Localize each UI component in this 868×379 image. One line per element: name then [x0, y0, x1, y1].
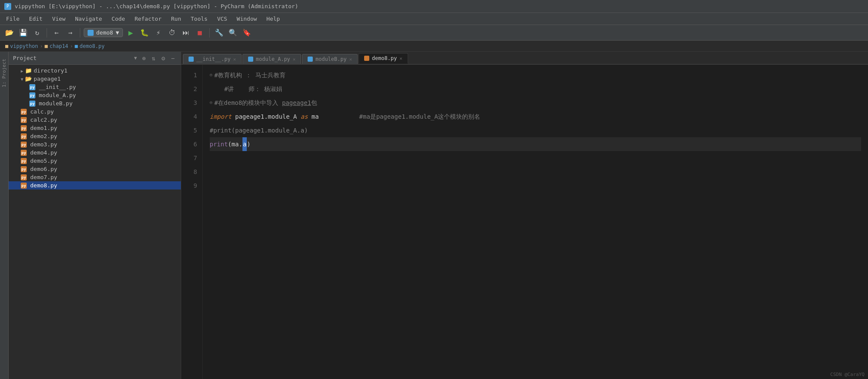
tree-label: calc2.py	[30, 117, 57, 123]
code-editor[interactable]: 1 2 3 4 5 6 7 8 9 ⊖ #教育机构 ： 马士兵教育 #讲 师：	[181, 65, 868, 379]
tree-item-module-b[interactable]: py moduleB.py	[9, 99, 181, 107]
tab-label: demo8.py	[372, 55, 397, 61]
forward-button[interactable]: →	[64, 27, 76, 39]
sidebar-minimize-btn[interactable]: −	[170, 54, 176, 63]
tree-item-calc2[interactable]: py calc2.py	[9, 116, 181, 124]
tree-item-demo6[interactable]: py demo6.py	[9, 165, 181, 173]
tree-label: __init__.py	[39, 84, 76, 90]
tree-item-module-a[interactable]: py module_A.py	[9, 91, 181, 99]
open-folder-button[interactable]: 📂	[3, 27, 16, 39]
tree-item-demo2[interactable]: py demo2.py	[9, 132, 181, 140]
breadcrumb-chap14[interactable]: chap14	[50, 43, 68, 49]
tree-label: demo1.py	[30, 125, 57, 131]
code-text: ma	[308, 110, 319, 123]
breadcrumb-vippython[interactable]: vippython	[10, 43, 38, 49]
app-icon: P	[4, 3, 11, 10]
menu-edit[interactable]: Edit	[25, 15, 47, 23]
tree-item-demo8[interactable]: py demo8.py	[9, 181, 181, 190]
title-bar: P vippython [E:\vippython] - ...\chap14\…	[0, 0, 868, 13]
sidebar-sort-btn[interactable]: ⇅	[150, 54, 157, 63]
tab-demo8[interactable]: demo8.py ✕	[359, 53, 408, 64]
menu-help[interactable]: Help	[262, 15, 284, 23]
code-text: pageage1.module_A	[232, 110, 301, 123]
code-text: #print(pageage1.module_A.a)	[210, 123, 308, 137]
code-keyword-as: as	[301, 110, 308, 123]
fold-icon-1[interactable]: ⊖	[210, 68, 213, 82]
py-file-icon: py	[21, 125, 27, 131]
code-line-4: import pageage1.module_A as ma #ma是pagea…	[210, 110, 861, 123]
sidebar: Project ▼ ⊕ ⇅ ⚙ − 📁 directory1 📂 pageage…	[9, 52, 181, 379]
tree-item-demo5[interactable]: py demo5.py	[9, 157, 181, 165]
tab-close-icon[interactable]: ✕	[293, 57, 296, 62]
code-content[interactable]: ⊖ #教育机构 ： 马士兵教育 #讲 师： 杨淑娟 ⊖ #在demo8的模块中导…	[203, 65, 868, 379]
fold-icon-3[interactable]: ⊖	[210, 96, 213, 110]
debug-button[interactable]: 🐛	[138, 27, 151, 39]
editor-tabs: __init__.py ✕ module_A.py ✕ moduleB.py ✕…	[181, 52, 868, 65]
menu-vcs[interactable]: VCS	[213, 15, 231, 23]
tree-label: moduleB.py	[39, 100, 72, 107]
tree-item-init[interactable]: py __init__.py	[9, 83, 181, 91]
toolbar-divider-1	[47, 28, 47, 38]
back-button[interactable]: ←	[50, 27, 63, 39]
tree-item-directory1[interactable]: 📁 directory1	[9, 66, 181, 75]
tree-item-demo4[interactable]: py demo4.py	[9, 148, 181, 157]
py-file-icon: py	[21, 150, 27, 156]
code-text: 包	[311, 96, 317, 110]
stop-button[interactable]: ■	[194, 27, 206, 39]
run-button[interactable]: ▶	[125, 27, 137, 39]
save-button[interactable]: 💾	[17, 27, 29, 39]
run-config-selector[interactable]: demo8 ▼	[84, 28, 123, 37]
tab-close-icon[interactable]: ✕	[399, 56, 403, 61]
py-file-icon: py	[29, 84, 35, 90]
menu-code[interactable]: Code	[107, 15, 129, 23]
tab-close-icon[interactable]: ✕	[349, 57, 352, 62]
settings-button[interactable]: 🔧	[213, 27, 225, 39]
bookmark-button[interactable]: 🔖	[241, 27, 253, 39]
code-keyword-import: import	[210, 110, 232, 123]
tab-label: moduleB.py	[315, 56, 346, 62]
tab-module-a[interactable]: module_A.py ✕	[242, 54, 301, 64]
folder-icon: 📁	[25, 67, 32, 74]
synchronize-button[interactable]: ↻	[31, 27, 43, 39]
menu-file[interactable]: File	[2, 15, 24, 23]
menu-view[interactable]: View	[48, 15, 70, 23]
tree-label: module_A.py	[39, 92, 76, 98]
search-button[interactable]: 🔍	[227, 27, 239, 39]
menu-window[interactable]: Window	[233, 15, 261, 23]
code-text: #教育机构 ： 马士兵教育	[214, 68, 286, 82]
menu-navigate[interactable]: Navigate	[71, 15, 107, 23]
py-file-icon: py	[21, 174, 27, 180]
menu-tools[interactable]: Tools	[186, 15, 212, 23]
config-icon	[88, 30, 94, 36]
sidebar-settings-btn[interactable]: ⚙	[160, 54, 167, 63]
left-panel-tab: 1: Project	[0, 52, 9, 379]
tab-close-icon[interactable]: ✕	[233, 57, 236, 62]
menu-bar: File Edit View Navigate Code Refactor Ru…	[0, 13, 868, 25]
menu-refactor[interactable]: Refactor	[130, 15, 166, 23]
tab-file-icon	[189, 57, 194, 62]
line-num-9: 9	[181, 179, 197, 193]
coverage-button[interactable]: ⚡	[152, 27, 164, 39]
step-button[interactable]: ⏭	[180, 27, 192, 39]
tab-file-icon	[308, 57, 313, 62]
tree-label: demo5.py	[30, 158, 57, 164]
tree-item-demo1[interactable]: py demo1.py	[9, 124, 181, 132]
tab-init[interactable]: __init__.py ✕	[183, 54, 242, 64]
line-numbers: 1 2 3 4 5 6 7 8 9	[181, 65, 203, 379]
sidebar-add-btn[interactable]: ⊕	[140, 54, 147, 63]
tree-item-demo7[interactable]: py demo7.py	[9, 173, 181, 181]
code-line-8	[210, 165, 861, 179]
py-file-icon: py	[21, 109, 27, 115]
code-text: #在demo8的模块中导入	[214, 96, 282, 110]
tab-module-b[interactable]: moduleB.py ✕	[302, 54, 358, 64]
sidebar-title: Project	[13, 55, 132, 61]
tree-item-calc[interactable]: py calc.py	[9, 107, 181, 116]
tree-item-demo3[interactable]: py demo3.py	[9, 140, 181, 148]
py-file-icon: py	[21, 166, 27, 172]
menu-run[interactable]: Run	[167, 15, 186, 23]
project-panel-label[interactable]: 1: Project	[0, 56, 8, 90]
breadcrumb-demo8[interactable]: demo8.py	[80, 43, 105, 49]
py-file-icon: py	[21, 158, 27, 164]
profile-button[interactable]: ⏱	[166, 27, 178, 39]
tree-item-pageage1[interactable]: 📂 pageage1	[9, 75, 181, 83]
